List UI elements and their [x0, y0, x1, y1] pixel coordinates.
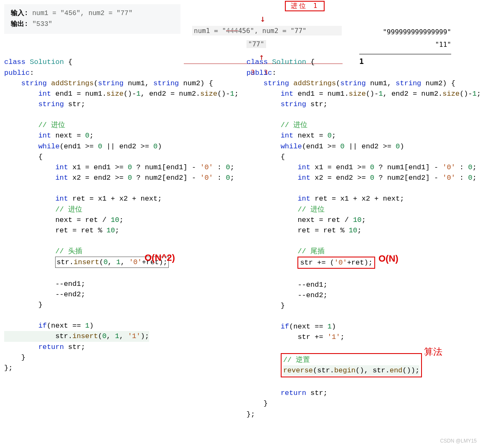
append-call-box: str += ('0'+ret); — [297, 257, 375, 269]
watermark: CSDN @LMY15 — [440, 438, 477, 444]
code-columns: class Solution { public: string addStrin… — [4, 46, 476, 440]
input-label: 输入: — [11, 10, 28, 17]
down-arrow-icon: ↓ — [260, 13, 265, 24]
code-right: class Solution { public: string addStrin… — [246, 46, 480, 440]
diagram-num1: num1 = "444456", num2 = "77" — [192, 26, 342, 36]
example-box: 输入: num1 = "456", num2 = "77" 输出: "533" — [4, 4, 180, 34]
reverse-box: // 逆置 reverse(str.begin(), str.end()); — [281, 353, 422, 377]
example-input: 输入: num1 = "456", num2 = "77" — [11, 8, 174, 19]
big-num1: "999999999999999" — [359, 26, 451, 38]
complexity-annotation-right: O(N) — [378, 252, 399, 266]
carry-box: 进位 1 — [285, 1, 325, 11]
output-label: 输出: — [11, 20, 28, 28]
input-text: num1 = "456", num2 = "77" — [28, 10, 133, 17]
example-output: 输出: "533" — [11, 19, 174, 30]
complexity-annotation-left: O(N^2) — [145, 251, 175, 265]
code-left: class Solution { public: string addStrin… — [4, 46, 238, 384]
reverse-label: 算法 — [424, 345, 442, 359]
output-text: "533" — [28, 20, 53, 28]
